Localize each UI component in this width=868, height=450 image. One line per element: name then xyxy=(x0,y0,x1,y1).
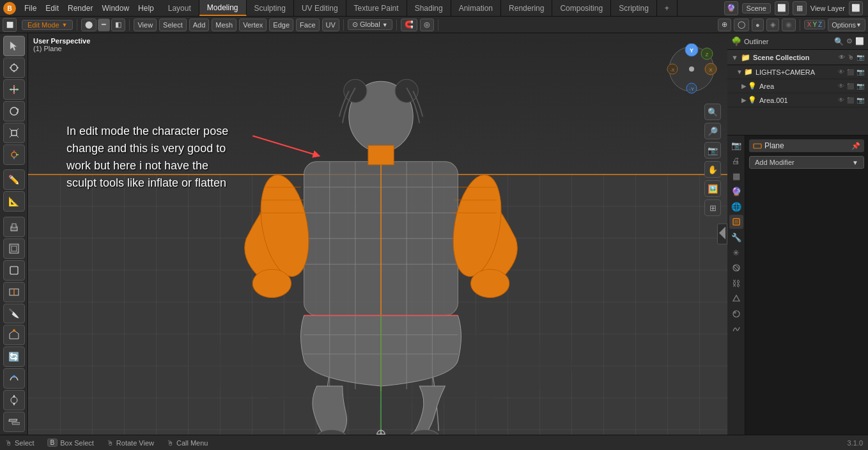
view-icon-area[interactable]: 👁 xyxy=(838,82,844,89)
pin-btn[interactable]: 📌 xyxy=(851,142,860,150)
annotate-tool-btn[interactable]: ✏️ xyxy=(3,169,25,190)
overlay-gizmo-btn[interactable]: ⊕ xyxy=(718,19,731,31)
outliner-expand-icon[interactable]: ⬜ xyxy=(855,37,864,45)
select-tool-btn[interactable] xyxy=(3,36,25,56)
menu-render[interactable]: Render xyxy=(64,3,97,14)
mesh-menu[interactable]: Mesh xyxy=(212,19,236,31)
tab-animation[interactable]: Animation xyxy=(451,0,501,16)
collapse-right-panel-btn[interactable] xyxy=(717,224,727,245)
face-menu[interactable]: Face xyxy=(296,19,319,31)
spin-tool-btn[interactable]: 🔄 xyxy=(3,346,25,367)
select-icon[interactable]: ⬛ xyxy=(847,69,854,75)
viewport[interactable]: User Perspective (1) Plane In edit mode … xyxy=(28,33,727,435)
zoom-in-btn[interactable]: 🔍 xyxy=(704,104,721,120)
move-tool-btn[interactable] xyxy=(3,79,25,100)
viewport-shading-4[interactable]: ◉ xyxy=(782,19,796,31)
extrude-tool-btn[interactable] xyxy=(3,217,25,237)
render-icon[interactable]: 📷 xyxy=(856,68,864,75)
smooth-tool-btn[interactable] xyxy=(3,368,25,389)
tree-item-lights-camera[interactable]: ▼ 📁 LIGHTS+CAMERA 👁 ⬛ 📷 xyxy=(727,65,868,79)
scene-coll-restrict-view[interactable]: 👁 xyxy=(839,54,845,61)
outliner-filter-icon[interactable]: ⚙ xyxy=(846,37,853,45)
menu-window[interactable]: Window xyxy=(98,3,133,14)
select-icon-area001[interactable]: ⬛ xyxy=(847,97,854,104)
zoom-out-btn[interactable]: 🔎 xyxy=(704,123,721,139)
tree-item-area[interactable]: ▶ 💡 Area 👁 ⬛ 📷 xyxy=(727,79,868,93)
view-mode-icon[interactable]: ⬜ xyxy=(3,18,17,32)
constraints-props-btn[interactable]: ⛓ xyxy=(729,276,743,290)
orbit-btn[interactable]: ✋ xyxy=(704,161,721,178)
shader-props-btn[interactable] xyxy=(729,322,743,336)
cursor-tool-btn[interactable] xyxy=(3,58,25,78)
world-props-btn[interactable]: 🌐 xyxy=(729,199,743,213)
select-menu[interactable]: Select xyxy=(159,19,187,31)
mode-selector[interactable]: Edit Mode ▼ xyxy=(22,20,73,30)
tab-layout[interactable]: Layout xyxy=(160,0,199,16)
tree-item-area001[interactable]: ▶ 💡 Area.001 👁 ⬛ 📷 xyxy=(727,93,868,107)
object-data-props-btn[interactable] xyxy=(729,291,743,306)
camera-view-btn[interactable]: 📷 xyxy=(704,142,721,159)
shrink-fatten-tool-btn[interactable] xyxy=(3,390,25,410)
select-icon-area[interactable]: ⬛ xyxy=(847,83,854,89)
particles-props-btn[interactable]: ✳ xyxy=(729,245,743,260)
quad-view-btn[interactable]: ⊞ xyxy=(704,199,721,216)
output-props-btn[interactable]: 🖨 xyxy=(729,153,743,167)
proportional-btn[interactable]: ◎ xyxy=(420,19,434,31)
modifier-props-btn[interactable]: 🔧 xyxy=(729,230,743,244)
scene-coll-restrict-render[interactable]: 📷 xyxy=(856,54,864,61)
tab-compositing[interactable]: Compositing xyxy=(552,0,611,16)
render-region-btn[interactable]: 🖼️ xyxy=(704,180,721,197)
tab-scripting[interactable]: Scripting xyxy=(611,0,657,16)
menu-edit[interactable]: Edit xyxy=(42,3,63,14)
scene-props-btn[interactable]: 🔮 xyxy=(729,184,743,198)
bevel-tool-btn[interactable] xyxy=(3,260,25,281)
shear-tool-btn[interactable] xyxy=(3,412,25,432)
view-icon[interactable]: 👁 xyxy=(838,68,844,75)
add-menu[interactable]: Add xyxy=(189,19,210,31)
pivot-selector[interactable]: ⊙ Global ▼ xyxy=(348,19,392,30)
tab-add[interactable]: + xyxy=(657,0,678,16)
viewport-shading-2[interactable]: ● xyxy=(752,19,764,31)
top-right-expand[interactable]: ⬜ xyxy=(849,1,863,15)
edge-mode-btn[interactable]: ━ xyxy=(98,19,110,31)
scene-collection-row[interactable]: ▼ 📁 Scene Collection 👁 🖱 📷 xyxy=(727,50,868,65)
tab-uv-editing[interactable]: UV Editing xyxy=(294,0,346,16)
view-layer-props-btn[interactable]: ▦ xyxy=(729,169,743,183)
viewport-shading-3[interactable]: ◈ xyxy=(766,19,779,31)
tab-sculpting[interactable]: Sculpting xyxy=(247,0,294,16)
add-modifier-btn[interactable]: Add Modifier ▼ xyxy=(749,156,864,169)
render-icon-area[interactable]: 📷 xyxy=(856,82,864,89)
scene-coll-restrict-select[interactable]: 🖱 xyxy=(848,54,854,61)
rotate-tool-btn[interactable] xyxy=(3,101,25,121)
menu-file[interactable]: File xyxy=(20,3,40,14)
view-layer-icon[interactable]: ▦ xyxy=(793,1,807,15)
scene-selector[interactable]: Scene xyxy=(742,3,771,13)
vertex-menu[interactable]: Vertex xyxy=(239,19,267,31)
measure-tool-btn[interactable]: 📐 xyxy=(3,191,25,212)
material-props-btn[interactable] xyxy=(729,307,743,321)
face-mode-btn[interactable]: ◧ xyxy=(111,19,125,31)
view-menu[interactable]: View xyxy=(134,19,157,31)
menu-help[interactable]: Help xyxy=(134,3,158,14)
tab-shading[interactable]: Shading xyxy=(407,0,451,16)
edge-menu[interactable]: Edge xyxy=(269,19,293,31)
inset-tool-btn[interactable] xyxy=(3,238,25,259)
uv-menu[interactable]: UV xyxy=(322,19,339,31)
render-icon-area001[interactable]: 📷 xyxy=(856,97,864,104)
vertex-mode-btn[interactable]: ⬤ xyxy=(81,19,97,31)
options-btn[interactable]: Options ▼ xyxy=(828,19,865,31)
viewport-gizmo[interactable]: Y -Y X -X Z xyxy=(666,43,717,95)
loop-cut-tool-btn[interactable] xyxy=(3,282,25,302)
view-icon-area001[interactable]: 👁 xyxy=(838,97,844,104)
physics-props-btn[interactable] xyxy=(729,261,743,275)
window-controls[interactable]: ⬜ xyxy=(775,1,789,15)
transform-tool-btn[interactable] xyxy=(3,144,25,165)
tab-texture-paint[interactable]: Texture Paint xyxy=(346,0,407,16)
snap-btn[interactable]: 🧲 xyxy=(401,19,417,31)
knife-tool-btn[interactable]: 🔪 xyxy=(3,304,25,324)
poly-build-tool-btn[interactable] xyxy=(3,325,25,345)
viewport-shading-1[interactable]: ◯ xyxy=(734,19,749,31)
scene-selector-icon[interactable]: 🔮 xyxy=(724,1,738,15)
object-props-btn[interactable] xyxy=(729,215,743,229)
tab-rendering[interactable]: Rendering xyxy=(501,0,552,16)
